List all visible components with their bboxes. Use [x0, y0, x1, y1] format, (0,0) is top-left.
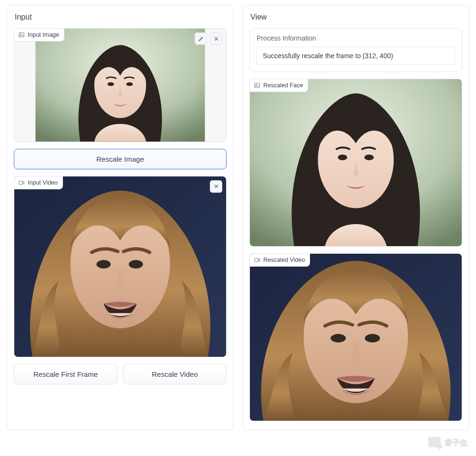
process-info-block: Process Information Successfully rescale… [249, 28, 462, 72]
close-icon [213, 183, 219, 189]
process-info-title: Process Information [257, 34, 455, 42]
svg-point-15 [364, 155, 374, 160]
input-image-tag: Input Image [14, 29, 64, 41]
svg-point-3 [107, 82, 114, 86]
svg-rect-5 [19, 32, 24, 37]
view-panel-title: View [250, 13, 462, 21]
rescaled-video-thumb [250, 254, 462, 421]
input-image-thumb [14, 29, 226, 142]
svg-point-10 [129, 260, 143, 269]
rescale-image-button[interactable]: Rescale Image [14, 149, 227, 169]
video-icon [254, 257, 260, 263]
process-info-body: Successfully rescale the frame to (312, … [257, 47, 455, 65]
svg-point-4 [126, 82, 133, 86]
input-image-box[interactable]: Input Image [14, 28, 227, 142]
svg-point-20 [331, 334, 346, 342]
svg-rect-16 [255, 83, 260, 87]
svg-point-17 [256, 84, 257, 85]
clear-image-button[interactable] [210, 32, 222, 45]
rescaled-video-box[interactable]: Rescaled Video [249, 253, 462, 421]
rescaled-face-thumb [250, 79, 462, 246]
input-panel: Input [7, 5, 234, 430]
rescale-first-frame-button[interactable]: Rescale First Frame [14, 364, 117, 384]
svg-point-9 [96, 260, 111, 269]
watermark: 量子位 [428, 437, 467, 447]
rescaled-face-tag-label: Rescaled Face [263, 82, 303, 89]
input-video-tag: Input Video [14, 176, 63, 189]
rescale-video-button[interactable]: Rescale Video [123, 364, 227, 384]
video-icon [18, 179, 25, 186]
pencil-icon [198, 36, 204, 42]
rescaled-face-tag: Rescaled Face [250, 79, 308, 92]
rescaled-face-box[interactable]: Rescaled Face [249, 79, 462, 247]
svg-rect-22 [255, 259, 259, 262]
svg-rect-11 [19, 181, 23, 184]
input-video-box[interactable]: Input Video [14, 176, 227, 357]
svg-point-14 [338, 155, 347, 160]
clear-video-button[interactable] [210, 180, 222, 193]
input-image-tag-label: Input Image [28, 31, 59, 38]
rescaled-video-tag-label: Rescaled Video [263, 257, 305, 263]
svg-point-6 [20, 34, 21, 35]
rescaled-video-tag: Rescaled Video [250, 254, 310, 267]
svg-point-21 [365, 334, 380, 342]
wechat-icon [428, 437, 441, 447]
input-video-tag-label: Input Video [28, 179, 58, 186]
view-panel: View Process Information Successfully re… [242, 5, 469, 430]
image-icon [254, 82, 260, 89]
edit-image-button[interactable] [195, 32, 207, 45]
watermark-text: 量子位 [445, 437, 467, 447]
image-icon [18, 31, 25, 38]
input-panel-title: Input [15, 13, 227, 21]
close-icon [213, 36, 219, 42]
input-video-thumb [14, 176, 226, 357]
